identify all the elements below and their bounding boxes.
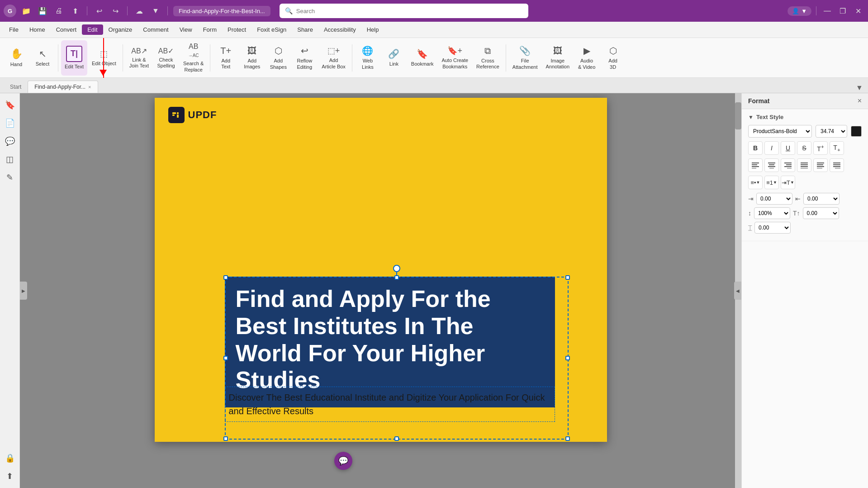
add-article-box-tool[interactable]: ⬚+ AddArticle Box — [318, 40, 349, 76]
menu-comment[interactable]: Comment — [138, 24, 174, 35]
collapse-right-button[interactable]: ◀ — [734, 282, 741, 300]
indent-button[interactable]: ⇥T ▼ — [781, 176, 795, 189]
menu-protect[interactable]: Protect — [222, 24, 251, 35]
menu-form[interactable]: Form — [198, 24, 222, 35]
handle-tr[interactable] — [565, 275, 570, 280]
tab-active[interactable]: Find-and-Apply-For... × — [28, 81, 98, 93]
add-images-tool[interactable]: 🖼 AddImages — [239, 40, 265, 76]
tab-dropdown-button[interactable]: ▼ — [854, 83, 864, 93]
bold-button[interactable]: B — [748, 141, 763, 155]
scrollbar-thumb[interactable] — [735, 102, 741, 129]
handle-tm[interactable] — [394, 275, 399, 280]
menu-file[interactable]: File — [4, 24, 24, 35]
menu-share[interactable]: Share — [292, 24, 318, 35]
tab-start[interactable]: Start — [4, 81, 28, 93]
sidebar-share[interactable]: ⬆ — [2, 468, 18, 484]
auto-create-bookmarks-tool[interactable]: 🔖+ Auto CreateBookmarks — [438, 40, 472, 76]
line-scale-input[interactable]: 100% — [754, 207, 790, 219]
sidebar-annotations[interactable]: ✎ — [2, 169, 18, 186]
web-links-tool[interactable]: 🌐 WebLinks — [355, 40, 380, 76]
cross-reference-tool[interactable]: ⧉ CrossReference — [473, 40, 503, 76]
handle-br[interactable] — [565, 436, 570, 441]
align-center-button[interactable] — [764, 158, 779, 172]
superscript-button[interactable]: T+ — [813, 141, 828, 155]
baseline-icon: ⌶ — [748, 224, 752, 231]
sidebar-lock[interactable]: 🔒 — [2, 450, 18, 466]
handle-bl[interactable] — [223, 436, 228, 441]
indent-left-input[interactable]: 0.00 — [756, 193, 792, 205]
align-right-button[interactable] — [781, 158, 795, 172]
sidebar-comments[interactable]: 💬 — [2, 133, 18, 149]
share-button[interactable]: ⬆ — [69, 5, 81, 17]
align-justify-button[interactable] — [797, 158, 811, 172]
close-button[interactable]: ✕ — [852, 5, 864, 17]
font-color-swatch[interactable] — [851, 126, 862, 137]
indent-left-row: ⇥ 0.00 ⇤ 0.00 — [748, 193, 862, 205]
bookmark-tool[interactable]: 🔖 Bookmark — [408, 40, 437, 76]
add-text-tool[interactable]: T+ AddText — [213, 40, 238, 76]
sidebar-bookmarks[interactable]: 🔖 — [2, 97, 18, 113]
right-panel-close-button[interactable]: × — [858, 97, 862, 105]
link-join-icon: AB↗ — [131, 47, 147, 55]
search-replace-tool[interactable]: AB→AC Search &Replace — [180, 40, 207, 76]
redo-button[interactable]: ↪ — [109, 5, 122, 17]
menu-convert[interactable]: Convert — [51, 24, 82, 35]
menu-accessibility[interactable]: Accessibility — [318, 24, 361, 35]
indent-right-input[interactable]: 0.00 — [803, 193, 840, 205]
chat-widget-button[interactable]: 💬 — [334, 452, 352, 470]
menu-home[interactable]: Home — [24, 24, 51, 35]
collapse-left-button[interactable]: ▶ — [20, 282, 27, 300]
align-left-button[interactable] — [748, 158, 763, 172]
undo-button[interactable]: ↩ — [93, 5, 105, 17]
select-tool[interactable]: ↖ Select — [30, 40, 55, 76]
image-annotation-tool[interactable]: 🖼 ImageAnnotation — [542, 40, 574, 76]
font-size-select[interactable]: 34.74 — [816, 125, 847, 138]
cloud-button[interactable]: ☁ — [133, 5, 146, 17]
edit-text-tool[interactable]: T| Edit Text — [61, 40, 87, 76]
search-input[interactable] — [296, 8, 523, 14]
sidebar-pages[interactable]: 📄 — [2, 115, 18, 131]
sidebar-layers[interactable]: ◫ — [2, 151, 18, 167]
handle-mr[interactable] — [565, 356, 570, 360]
char-space-input[interactable]: 0.00 — [803, 207, 839, 219]
font-family-select[interactable]: ProductSans-Bold — [748, 125, 812, 138]
user-button[interactable]: 👤 ▼ — [787, 6, 811, 16]
hand-tool[interactable]: ✋ Hand — [4, 40, 29, 76]
link-join-tool[interactable]: AB↗ Link &Join Text — [126, 40, 152, 76]
open-button[interactable]: 📁 — [20, 5, 33, 17]
link-tool[interactable]: 🔗 Link — [381, 40, 407, 76]
underline-button[interactable]: U — [781, 141, 795, 155]
restore-button[interactable]: ❐ — [836, 5, 849, 17]
numbered-list-button[interactable]: ≡1 ▼ — [764, 176, 779, 189]
subscript-button[interactable]: T+ — [830, 141, 844, 155]
menu-help[interactable]: Help — [361, 24, 384, 35]
titlebar: G 📁 💾 🖨 ⬆ ↩ ↪ ☁ ▼ Find-and-Apply-For-the… — [0, 0, 868, 22]
baseline-input[interactable]: 0.00 — [754, 222, 791, 234]
menu-edit[interactable]: Edit — [82, 24, 103, 35]
menu-organize[interactable]: Organize — [103, 24, 138, 35]
handle-ml[interactable] — [223, 356, 228, 360]
handle-bm[interactable] — [394, 436, 399, 441]
add-3d-tool[interactable]: ⬡ Add3D — [600, 40, 626, 76]
print-button[interactable]: 🖨 — [52, 5, 65, 17]
menu-foxit-esign[interactable]: Foxit eSign — [251, 24, 292, 35]
minimize-button[interactable]: — — [821, 5, 834, 17]
bullet-list-button[interactable]: ≡• ▼ — [748, 176, 763, 189]
audio-video-tool[interactable]: ▶ Audio& Video — [574, 40, 599, 76]
rotate-handle[interactable] — [393, 265, 400, 272]
page-header: UPDF — [155, 98, 607, 132]
align-dist-button[interactable] — [813, 158, 828, 172]
strikethrough-button[interactable]: S — [797, 141, 811, 155]
save-button[interactable]: 💾 — [36, 5, 49, 17]
handle-tl[interactable] — [223, 275, 228, 280]
tab-close-button[interactable]: × — [88, 84, 91, 90]
file-attachment-tool[interactable]: 📎 FileAttachment — [509, 40, 541, 76]
dropdown-button[interactable]: ▼ — [149, 5, 162, 17]
pdf-page: UPDF Find and Apply For the Best Institu… — [155, 98, 607, 442]
menu-view[interactable]: View — [174, 24, 198, 35]
align-last-button[interactable] — [830, 158, 844, 172]
reflow-editing-tool[interactable]: ↩ ReflowEditing — [292, 40, 317, 76]
italic-button[interactable]: I — [764, 141, 779, 155]
check-spelling-tool[interactable]: AB✓ CheckSpelling — [153, 40, 179, 76]
add-shapes-tool[interactable]: ⬡ AddShapes — [266, 40, 291, 76]
